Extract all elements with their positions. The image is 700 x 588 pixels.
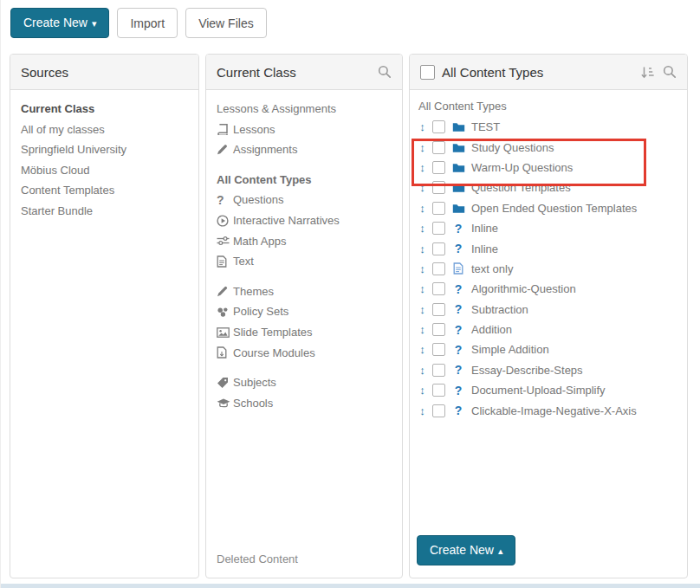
drag-handle-icon[interactable]: ↕ (418, 202, 426, 215)
content-tree: All Content Types ↕TEST↕Study Questions↕… (410, 90, 687, 428)
row-checkbox[interactable] (432, 384, 445, 397)
drag-handle-icon[interactable]: ↕ (418, 262, 426, 275)
table-row-subtraction[interactable]: ↕?Subtraction (418, 300, 678, 320)
deleted-content-link[interactable]: Deleted Content (217, 552, 298, 565)
list-item-course-modules[interactable]: Course Modules (217, 343, 392, 364)
list-item-lessons[interactable]: Lessons (217, 120, 392, 140)
drag-handle-icon[interactable]: ↕ (418, 303, 426, 316)
row-checkbox[interactable] (432, 120, 445, 133)
search-icon[interactable] (378, 65, 392, 79)
item-label: Clickable-Image-Negative-X-Axis (471, 404, 637, 417)
sidebar-item-current-class[interactable]: Current Class (21, 99, 188, 120)
drag-handle-icon[interactable]: ↕ (418, 384, 426, 397)
current-class-section: SubjectsSchools (217, 372, 392, 413)
table-row-question-templates[interactable]: ↕Question Templates (418, 178, 678, 197)
sidebar-item-starter-bundle[interactable]: Starter Bundle (21, 201, 188, 222)
drag-handle-icon[interactable]: ↕ (418, 323, 426, 336)
folder-icon (451, 182, 465, 193)
list-item-all-content-types[interactable]: All Content Types (217, 170, 392, 191)
list-item-text[interactable]: Text (217, 251, 392, 272)
item-label: Question Templates (471, 181, 571, 194)
drag-handle-icon[interactable]: ↕ (418, 181, 426, 194)
drag-handle-icon[interactable]: ↕ (418, 141, 426, 154)
sidebar-item-m-bius-cloud[interactable]: Möbius Cloud (21, 160, 188, 181)
drag-handle-icon[interactable]: ↕ (418, 282, 426, 295)
item-label: Inline (471, 222, 498, 235)
content-types-panel-title: All Content Types (442, 65, 543, 80)
list-item-policy-sets[interactable]: Policy Sets (217, 301, 392, 322)
table-row-open-ended-question-templates[interactable]: ↕Open Ended Question Templates (418, 198, 678, 218)
table-row-document-upload-simplify[interactable]: ↕?Document-Upload-Simplify (418, 380, 678, 400)
row-checkbox[interactable] (432, 222, 445, 235)
table-row-warm-up-questions[interactable]: ↕Warm-Up Questions (418, 158, 678, 178)
list-item-math-apps[interactable]: Math Apps (217, 231, 392, 252)
list-item-subjects[interactable]: Subjects (217, 372, 392, 393)
document-icon (217, 255, 233, 268)
row-checkbox[interactable] (432, 303, 445, 316)
top-toolbar: Create New▾ Import View Files (10, 8, 267, 38)
item-label: Lessons & Assignments (217, 99, 336, 120)
sources-panel-header: Sources (10, 55, 198, 90)
current-class-panel-header: Current Class (206, 55, 402, 90)
drag-handle-icon[interactable]: ↕ (418, 161, 426, 174)
list-item-questions[interactable]: ?Questions (217, 190, 392, 210)
item-label: Study Questions (471, 141, 554, 154)
folder-icon (451, 121, 465, 132)
row-checkbox[interactable] (432, 364, 445, 377)
list-item-lessons-assignments[interactable]: Lessons & Assignments (217, 99, 392, 120)
table-row-algorithmic-question[interactable]: ↕?Algorithmic-Question (418, 279, 678, 299)
view-files-button[interactable]: View Files (185, 8, 267, 38)
current-class-panel-title: Current Class (217, 65, 296, 80)
sidebar-item-content-templates[interactable]: Content Templates (21, 180, 188, 201)
item-label: Subtraction (471, 303, 528, 316)
table-row-text-only[interactable]: ↕text only (418, 259, 678, 279)
folder-icon (451, 203, 465, 214)
content-types-panel: All Content Types All Content Types ↕TES… (409, 54, 688, 578)
list-item-interactive-narratives[interactable]: Interactive Narratives (217, 210, 392, 231)
import-button[interactable]: Import (117, 8, 178, 38)
select-all-checkbox[interactable] (420, 65, 435, 80)
table-row-study-questions[interactable]: ↕Study Questions (418, 137, 678, 157)
row-checkbox[interactable] (432, 323, 445, 336)
item-label: Warm-Up Questions (471, 161, 573, 174)
table-row-addition[interactable]: ↕?Addition (418, 320, 678, 339)
table-row-essay-describe-steps[interactable]: ↕?Essay-Describe-Steps (418, 360, 678, 380)
table-row-test[interactable]: ↕TEST (418, 117, 678, 137)
row-checkbox[interactable] (432, 242, 445, 255)
item-label: Lessons (233, 120, 275, 140)
row-checkbox[interactable] (432, 404, 445, 417)
drag-handle-icon[interactable]: ↕ (418, 120, 426, 133)
list-item-slide-templates[interactable]: Slide Templates (217, 322, 392, 343)
row-checkbox[interactable] (432, 202, 445, 215)
drag-handle-icon[interactable]: ↕ (418, 364, 426, 377)
sliders-icon (217, 236, 233, 246)
row-checkbox[interactable] (432, 262, 445, 275)
question-icon: ? (451, 364, 465, 376)
row-checkbox[interactable] (432, 282, 445, 295)
row-checkbox[interactable] (432, 141, 445, 154)
question-icon: ? (451, 242, 465, 255)
table-row-inline[interactable]: ↕?Inline (418, 238, 678, 258)
table-row-simple-addition[interactable]: ↕?Simple Addition (418, 339, 678, 359)
sidebar-item-all-of-my-classes[interactable]: All of my classes (21, 120, 188, 140)
create-new-button[interactable]: Create New▾ (10, 8, 109, 38)
list-item-themes[interactable]: Themes (217, 281, 392, 302)
drag-handle-icon[interactable]: ↕ (418, 222, 426, 235)
drag-handle-icon[interactable]: ↕ (418, 404, 426, 417)
sidebar-item-springfield-university[interactable]: Springfield University (21, 139, 188, 160)
row-checkbox[interactable] (432, 181, 445, 194)
create-new-button-bottom[interactable]: Create New▴ (417, 535, 515, 565)
drag-handle-icon[interactable]: ↕ (418, 242, 426, 255)
item-label: Algorithmic-Question (471, 282, 576, 295)
list-item-assignments[interactable]: Assignments (217, 139, 392, 160)
drag-handle-icon[interactable]: ↕ (418, 343, 426, 356)
row-checkbox[interactable] (432, 343, 445, 356)
sort-amount-icon[interactable] (640, 66, 655, 79)
list-item-schools[interactable]: Schools (217, 393, 392, 414)
row-checkbox[interactable] (432, 161, 445, 174)
breadcrumb[interactable]: All Content Types (418, 97, 678, 116)
item-label: text only (471, 262, 513, 275)
table-row-inline[interactable]: ↕?Inline (418, 218, 678, 238)
table-row-clickable-image-negative-x-axis[interactable]: ↕?Clickable-Image-Negative-X-Axis (418, 400, 678, 420)
search-icon[interactable] (663, 65, 677, 79)
